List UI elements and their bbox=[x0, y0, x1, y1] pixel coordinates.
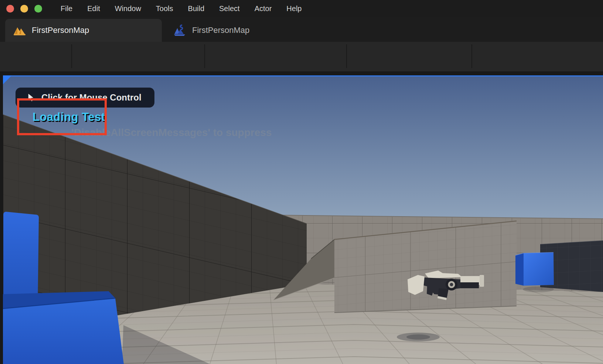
menu-window[interactable]: Window bbox=[108, 4, 149, 13]
tab-blueprint-firstpersonmap[interactable]: FirstPersonMap bbox=[162, 19, 259, 42]
tab-bar: FirstPersonMap FirstPersonMap bbox=[0, 17, 603, 42]
menu-bar: File Edit Window Tools Build Select Acto… bbox=[0, 0, 603, 17]
menu-items: File Edit Window Tools Build Select Acto… bbox=[53, 4, 309, 13]
unreal-editor-window: File Edit Window Tools Build Select Acto… bbox=[0, 0, 603, 364]
menu-edit[interactable]: Edit bbox=[80, 4, 107, 13]
main-toolbar: Selection Mode bbox=[0, 42, 603, 71]
annotation-rectangle bbox=[17, 98, 107, 135]
tab-level-firstpersonmap[interactable]: FirstPersonMap bbox=[5, 19, 162, 42]
menu-select[interactable]: Select bbox=[212, 4, 247, 13]
viewport-focus-line bbox=[3, 75, 603, 76]
menu-actor[interactable]: Actor bbox=[247, 4, 279, 13]
menu-file[interactable]: File bbox=[53, 4, 80, 13]
blueprint-map-icon bbox=[173, 24, 186, 37]
level-map-icon bbox=[13, 25, 26, 36]
close-window-button[interactable] bbox=[6, 5, 14, 13]
menu-help[interactable]: Help bbox=[279, 4, 309, 13]
minimize-window-button[interactable] bbox=[20, 5, 28, 13]
maximize-window-button[interactable] bbox=[34, 5, 42, 13]
toolbar-separator bbox=[471, 44, 472, 68]
blue-cube-wide bbox=[3, 291, 124, 364]
tab-label: FirstPersonMap bbox=[192, 25, 249, 35]
menu-tools[interactable]: Tools bbox=[149, 4, 181, 13]
toolbar-separator bbox=[346, 44, 347, 68]
tab-label: FirstPersonMap bbox=[32, 25, 89, 35]
toolbar-separator bbox=[204, 44, 205, 68]
window-controls bbox=[6, 5, 42, 13]
toolbar-separator bbox=[71, 44, 72, 68]
menu-build[interactable]: Build bbox=[181, 4, 212, 13]
level-viewport[interactable]: Click for Mouse Control Loading Test 'Di… bbox=[0, 71, 603, 364]
